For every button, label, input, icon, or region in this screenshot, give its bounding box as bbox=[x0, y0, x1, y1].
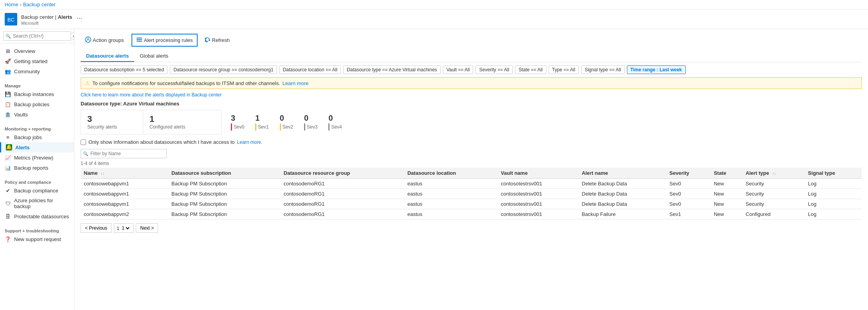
filter-subscription[interactable]: Datasource subscription == 5 selected bbox=[81, 65, 167, 74]
info-banner-link[interactable]: Learn more bbox=[283, 80, 308, 86]
filter-type[interactable]: Type == All bbox=[549, 65, 579, 74]
tab-datasource-alerts[interactable]: Datasource alerts bbox=[81, 51, 134, 62]
filters-bar: Datasource subscription == 5 selected Da… bbox=[81, 65, 862, 74]
sev2-label: Sev2 bbox=[283, 124, 293, 130]
breadcrumb-home[interactable]: Home bbox=[5, 2, 18, 7]
cell-state: New bbox=[711, 209, 742, 219]
cell-signal_type: Log bbox=[805, 199, 862, 209]
sidebar-item-label: New support request bbox=[14, 236, 61, 242]
sidebar-item-alerts[interactable]: 🔔 Alerts bbox=[0, 142, 74, 152]
protectable-datasources-icon: 🗄 bbox=[5, 213, 11, 219]
filter-location[interactable]: Datasource location == All bbox=[279, 65, 341, 74]
breadcrumb-backup-center[interactable]: Backup center bbox=[23, 2, 56, 7]
sev3-bar bbox=[304, 123, 305, 131]
filter-datasource-type[interactable]: Datasource type == Azure Virtual machine… bbox=[343, 65, 441, 74]
cell-datasource_subscription: Backup PM Subscription bbox=[168, 209, 281, 219]
filter-state[interactable]: State == All bbox=[515, 65, 546, 74]
svg-text:BC: BC bbox=[7, 17, 14, 23]
filter-resource-group[interactable]: Datasource resource group == contosodemo… bbox=[170, 65, 277, 74]
sidebar-support-section: Support + troubleshooting ❓ New support … bbox=[0, 224, 74, 247]
sev0-label: Sev0 bbox=[234, 124, 244, 130]
table-row[interactable]: contosowebappvm1Backup PM Subscriptionco… bbox=[81, 199, 862, 209]
tab-global-alerts[interactable]: Global alerts bbox=[134, 51, 174, 62]
warning-icon: ⚠ bbox=[85, 80, 90, 86]
app-icon: BC bbox=[5, 13, 17, 25]
learn-more-link[interactable]: Click here to learn more about the alert… bbox=[81, 92, 862, 98]
datasource-access-checkbox[interactable] bbox=[81, 140, 86, 145]
sev3-count: 0 bbox=[304, 114, 308, 123]
cell-alert_type: Configured bbox=[742, 209, 805, 219]
main-content: A Action groups Alert processing rules R… bbox=[74, 29, 868, 310]
alert-processing-rules-button[interactable]: Alert processing rules bbox=[131, 34, 198, 47]
cell-name: contosowebappvm2 bbox=[81, 209, 168, 219]
sidebar-item-community[interactable]: 👥 Community bbox=[0, 66, 74, 76]
sev1-stat: 1 Sev1 bbox=[255, 114, 268, 131]
sidebar-item-azure-policies[interactable]: 🛡 Azure policies for backup bbox=[0, 196, 74, 211]
alert-processing-rules-icon bbox=[136, 36, 142, 44]
sev0-count: 3 bbox=[231, 114, 235, 123]
sidebar-top-section: ⊞ Overview 🚀 Getting started 👥 Community bbox=[0, 44, 74, 79]
alert-type-sort-icon[interactable]: ↑↓ bbox=[772, 171, 776, 176]
sidebar-item-vaults[interactable]: 🏦 Vaults bbox=[0, 109, 74, 120]
filter-severity[interactable]: Severity == All bbox=[475, 65, 513, 74]
refresh-button[interactable]: Refresh bbox=[201, 34, 234, 46]
security-alerts-count: 3 bbox=[87, 114, 137, 124]
cell-datasource_location: eastus bbox=[404, 199, 498, 209]
sidebar-item-overview[interactable]: ⊞ Overview bbox=[0, 46, 74, 56]
filter-signal-type[interactable]: Signal type == All bbox=[581, 65, 625, 74]
sidebar-item-backup-jobs[interactable]: ≡ Backup jobs bbox=[0, 132, 74, 142]
datasource-access-link[interactable]: Learn more. bbox=[237, 140, 263, 145]
sev2-bar bbox=[280, 123, 281, 131]
prev-page-button[interactable]: < Previous bbox=[81, 223, 112, 233]
configured-alerts-label: Configured alerts bbox=[149, 124, 215, 130]
cell-severity: Sev0 bbox=[666, 199, 711, 209]
table-row[interactable]: contosowebappvm1Backup PM Subscriptionco… bbox=[81, 189, 862, 199]
alert-processing-rules-label: Alert processing rules bbox=[144, 37, 193, 43]
sidebar-item-protectable-datasources[interactable]: 🗄 Protectable datasources bbox=[0, 211, 74, 221]
cell-vault_name: contosotestrsv001 bbox=[498, 199, 579, 209]
sidebar-item-getting-started[interactable]: 🚀 Getting started bbox=[0, 56, 74, 66]
search-input[interactable] bbox=[3, 31, 71, 41]
sidebar-item-backup-reports[interactable]: 📊 Backup reports bbox=[0, 163, 74, 173]
datasource-access-checkbox-row: Only show information about datasources … bbox=[81, 139, 862, 145]
sev0-bar bbox=[231, 123, 232, 131]
table-row[interactable]: contosowebappvm2Backup PM Subscriptionco… bbox=[81, 209, 862, 219]
cell-signal_type: Log bbox=[805, 179, 862, 189]
cell-datasource_subscription: Backup PM Subscription bbox=[168, 179, 281, 189]
filter-by-name-input[interactable] bbox=[81, 149, 167, 158]
svg-rect-7 bbox=[137, 39, 142, 40]
cell-alert_name: Delete Backup Data bbox=[579, 179, 666, 189]
sidebar-item-backup-compliance[interactable]: ✔ Backup compliance bbox=[0, 185, 74, 196]
col-alert-name: Alert name bbox=[579, 168, 666, 179]
filter-vault[interactable]: Vault == All bbox=[443, 65, 474, 74]
security-alerts-stat: 3 Security alerts bbox=[81, 110, 143, 134]
col-datasource-resource-group: Datasource resource group bbox=[281, 168, 404, 179]
security-alerts-label: Security alerts bbox=[87, 124, 137, 130]
page-select[interactable]: 1 bbox=[120, 225, 131, 231]
sidebar-section-support-label: Support + troubleshooting bbox=[0, 226, 74, 234]
overview-icon: ⊞ bbox=[5, 48, 11, 54]
cell-state: New bbox=[711, 179, 742, 189]
sidebar-item-metrics[interactable]: 📈 Metrics (Preview) bbox=[0, 152, 74, 163]
sidebar-item-backup-instances[interactable]: 💾 Backup instances bbox=[0, 89, 74, 99]
backup-compliance-icon: ✔ bbox=[5, 187, 11, 194]
sidebar: 🔍 « ⊞ Overview 🚀 Getting started 👥 Commu… bbox=[0, 29, 74, 310]
name-sort-icon[interactable]: ↑↓ bbox=[101, 171, 104, 176]
sidebar-section-manage-label: Manage bbox=[0, 81, 74, 89]
cell-state: New bbox=[711, 199, 742, 209]
filter-time-range[interactable]: Time range : Last week bbox=[627, 65, 686, 74]
sidebar-item-new-support[interactable]: ❓ New support request bbox=[0, 234, 74, 244]
sev2-stat: 0 Sev2 bbox=[280, 114, 293, 131]
action-groups-button[interactable]: A Action groups bbox=[81, 34, 128, 46]
next-page-button[interactable]: Next > bbox=[136, 223, 158, 233]
cell-alert_name: Delete Backup Data bbox=[579, 189, 666, 199]
sidebar-item-label: Azure policies for backup bbox=[14, 198, 69, 209]
sidebar-search-area: 🔍 « bbox=[0, 29, 74, 44]
backup-reports-icon: 📊 bbox=[5, 165, 11, 171]
sidebar-item-label: Backup compliance bbox=[14, 188, 58, 194]
sidebar-item-backup-policies[interactable]: 📋 Backup policies bbox=[0, 99, 74, 109]
header-ellipsis[interactable]: ... bbox=[77, 13, 83, 20]
configured-alerts-stat: 1 Configured alerts bbox=[143, 110, 222, 134]
table-row[interactable]: contosowebappvm1Backup PM Subscriptionco… bbox=[81, 179, 862, 189]
sidebar-item-label: Alerts bbox=[15, 145, 30, 150]
